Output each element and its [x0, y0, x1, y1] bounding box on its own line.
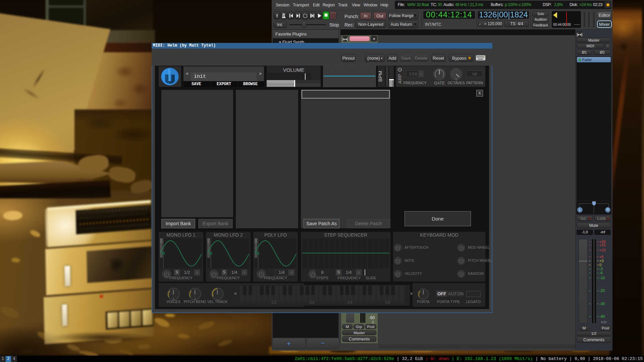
svg-text:!: ! — [276, 13, 278, 18]
